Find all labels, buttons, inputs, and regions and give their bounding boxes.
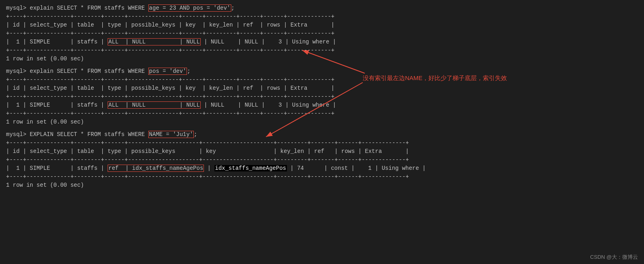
- table1-divider-mid: +----+-------------+--------+------+----…: [6, 29, 638, 38]
- row-count-2: 1 row in set (0.00 sec): [6, 118, 638, 126]
- prompt-3: mysql> EXPLAIN SELECT * FROM staffs WHER…: [6, 131, 148, 138]
- watermark: CSDN @大：微博云: [590, 254, 638, 261]
- table3-divider-top: +----+-------------+--------+------+----…: [6, 139, 638, 147]
- annotation-text: 没有索引最左边NAME，好比少了梯子底层，索引失效: [363, 74, 507, 82]
- table2-row: | 1 | SIMPLE | staffs | ALL | NULL | NUL…: [6, 101, 638, 109]
- prompt-2: mysql> explain SELECT * FROM staffs WHER…: [6, 68, 148, 74]
- table3-key-highlight: idx_staffs_nameAgePos: [214, 165, 287, 171]
- condition-highlight-3: NAME = 'Ju1y': [148, 131, 194, 138]
- terminal: mysql> explain SELECT * FROM staffs WHER…: [0, 0, 644, 264]
- table2-divider-bot: +----+-------------+--------+------+----…: [6, 109, 638, 118]
- table3-divider-mid: +----+-------------+--------+------+----…: [6, 156, 638, 164]
- command-line-3: mysql> EXPLAIN SELECT * FROM staffs WHER…: [6, 130, 638, 139]
- table1-divider-bot: +----+-------------+--------+------+----…: [6, 46, 638, 55]
- table1-row: | 1 | SIMPLE | staffs | ALL | NULL | NUL…: [6, 38, 638, 46]
- table1-type-highlight: ALL | NULL | NULL: [108, 38, 201, 45]
- row-count-3: 1 row in set (0.00 sec): [6, 181, 638, 190]
- row-count-1: 1 row in set (0.00 sec): [6, 55, 638, 63]
- command-line-2: mysql> explain SELECT * FROM staffs WHER…: [6, 67, 638, 76]
- table2-type-highlight: ALL | NULL | NULL: [108, 101, 201, 109]
- prompt-1: mysql> explain SELECT * FROM staffs WHER…: [6, 5, 148, 11]
- table1-divider-top: +----+-------------+--------+------+----…: [6, 12, 638, 21]
- table3-divider-bot: +----+-------------+--------+------+----…: [6, 173, 638, 181]
- table3-row: | 1 | SIMPLE | staffs | ref | idx_staffs…: [6, 164, 638, 173]
- command-line-1: mysql> explain SELECT * FROM staffs WHER…: [6, 4, 638, 12]
- condition-highlight-2: pos = 'dev': [148, 68, 187, 75]
- table1-header: | id | select_type | table | type | poss…: [6, 21, 638, 29]
- table2-divider-mid: +----+-------------+--------+------+----…: [6, 93, 638, 101]
- table3-header: | id | select_type | table | type | poss…: [6, 147, 638, 156]
- table2-divider-top: +----+-------------+--------+------+----…: [6, 76, 638, 84]
- table2-header: | id | select_type | table | type | poss…: [6, 84, 638, 93]
- condition-highlight-1: age = 23 AND pos = 'dev': [148, 4, 231, 12]
- table3-type-highlight: ref | idx_staffs_nameAgePos: [108, 165, 204, 172]
